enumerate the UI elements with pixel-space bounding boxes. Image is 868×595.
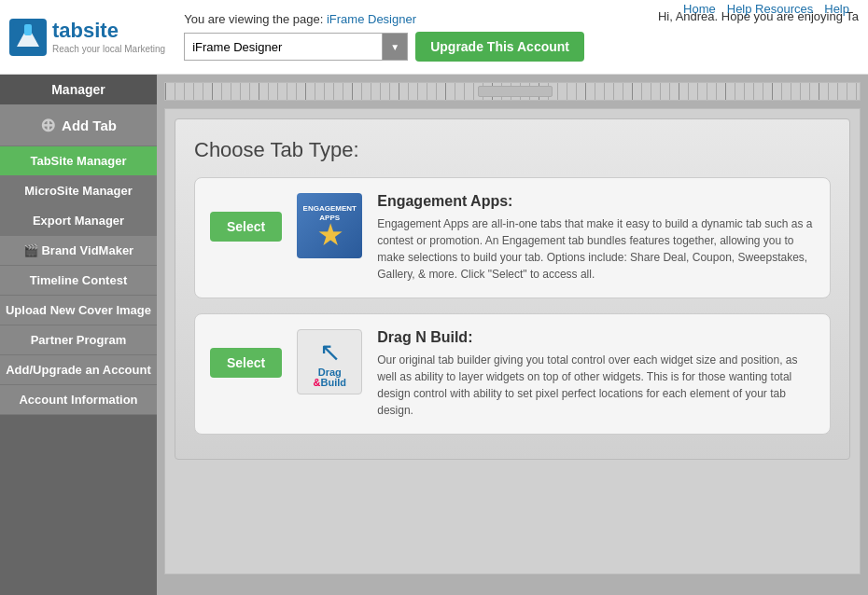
engagement-apps-card: Select ENGAGEMENTAPPS ★ Engagement Apps:… bbox=[194, 177, 831, 298]
tabsite-manager-button[interactable]: TabSite Manager bbox=[0, 146, 157, 176]
star-icon: ★ bbox=[318, 223, 342, 249]
microsite-manager-button[interactable]: MicroSite Manager bbox=[0, 176, 157, 206]
add-upgrade-button[interactable]: Add/Upgrade an Account bbox=[0, 355, 157, 385]
cursor-icon: ↖ bbox=[314, 337, 346, 367]
top-nav: Home Help Resources Help bbox=[683, 2, 849, 16]
dragnbuild-card-title: Drag N Build: bbox=[377, 329, 815, 346]
dragnbuild-card-content: Drag N Build: Our original tab builder g… bbox=[377, 329, 815, 419]
ruler bbox=[164, 82, 861, 101]
add-tab-label: Add Tab bbox=[62, 118, 117, 133]
content-area: Choose Tab Type: Select ENGAGEMENTAPPS ★… bbox=[164, 108, 861, 574]
engagement-select-button[interactable]: Select bbox=[210, 212, 282, 242]
engagement-card-desc: Engagement Apps are all-in-one tabs that… bbox=[377, 215, 815, 283]
dragnbuild-select-button[interactable]: Select bbox=[210, 348, 282, 378]
layout: Manager ⊕ Add Tab TabSite Manager MicroS… bbox=[0, 75, 868, 595]
logo-area: tabsite Reach your local Marketing bbox=[9, 19, 165, 56]
tagline: Reach your local Marketing bbox=[52, 44, 165, 55]
dropdown-arrow-icon[interactable]: ▼ bbox=[382, 33, 408, 61]
upload-cover-button[interactable]: Upload New Cover Image bbox=[0, 296, 157, 325]
dragnbuild-card: Select ↖ Drag&Build Drag N Build: Our or… bbox=[194, 313, 831, 435]
sidebar: Manager ⊕ Add Tab TabSite Manager MicroS… bbox=[0, 75, 157, 595]
page-select[interactable]: iFrame Designer bbox=[184, 33, 408, 61]
dragnbuild-card-desc: Our original tab builder giving you tota… bbox=[377, 352, 815, 419]
engagement-icon-label: ENGAGEMENTAPPS bbox=[303, 204, 357, 222]
dnb-label: Drag&Build bbox=[314, 367, 346, 388]
timeline-contest-button[interactable]: Timeline Contest bbox=[0, 266, 157, 296]
logo-text: tabsite Reach your local Marketing bbox=[52, 19, 165, 54]
account-information-button[interactable]: Account Information bbox=[0, 385, 157, 415]
nav-help-resources[interactable]: Help Resources bbox=[727, 2, 814, 16]
engagement-card-content: Engagement Apps: Engagement Apps are all… bbox=[377, 193, 815, 283]
partner-program-button[interactable]: Partner Program bbox=[0, 325, 157, 355]
dragnbuild-icon-inner: ↖ Drag&Build bbox=[314, 337, 346, 388]
export-manager-button[interactable]: Export Manager bbox=[0, 206, 157, 236]
logo-icon bbox=[9, 19, 47, 56]
brand-vidmaker-button[interactable]: 🎬 Brand VidMaker bbox=[0, 236, 157, 266]
svg-rect-2 bbox=[24, 24, 32, 35]
engagement-card-title: Engagement Apps: bbox=[377, 193, 815, 210]
choose-tab-title: Choose Tab Type: bbox=[194, 138, 831, 162]
dragnbuild-icon: ↖ Drag&Build bbox=[297, 329, 362, 394]
engagement-icon: ENGAGEMENTAPPS ★ bbox=[297, 193, 362, 258]
header: tabsite Reach your local Marketing You a… bbox=[0, 0, 868, 75]
upgrade-button[interactable]: Upgrade This Account bbox=[415, 32, 584, 62]
dropdown-row: iFrame Designer ▼ Upgrade This Account bbox=[184, 32, 859, 62]
page-link[interactable]: iFrame Designer bbox=[327, 12, 416, 26]
ruler-scrollbar[interactable] bbox=[478, 86, 553, 97]
brand-name: tabsite bbox=[52, 19, 165, 43]
main-content: Choose Tab Type: Select ENGAGEMENTAPPS ★… bbox=[157, 75, 868, 595]
nav-help[interactable]: Help bbox=[824, 2, 849, 16]
nav-home[interactable]: Home bbox=[683, 2, 716, 16]
sidebar-header: Manager bbox=[0, 75, 157, 104]
plus-icon: ⊕ bbox=[40, 114, 56, 136]
brand-vidmaker-label: Brand VidMaker bbox=[41, 243, 133, 257]
add-tab-button[interactable]: ⊕ Add Tab bbox=[0, 104, 157, 146]
dropdown-wrapper: iFrame Designer ▼ bbox=[184, 33, 408, 61]
viewing-label: You are viewing the page: bbox=[184, 12, 323, 26]
video-icon: 🎬 bbox=[23, 243, 42, 257]
header-right: Hi, Andrea. Hope you are enjoying Ta Hom… bbox=[658, 9, 859, 23]
choose-tab-card: Choose Tab Type: Select ENGAGEMENTAPPS ★… bbox=[175, 118, 850, 460]
